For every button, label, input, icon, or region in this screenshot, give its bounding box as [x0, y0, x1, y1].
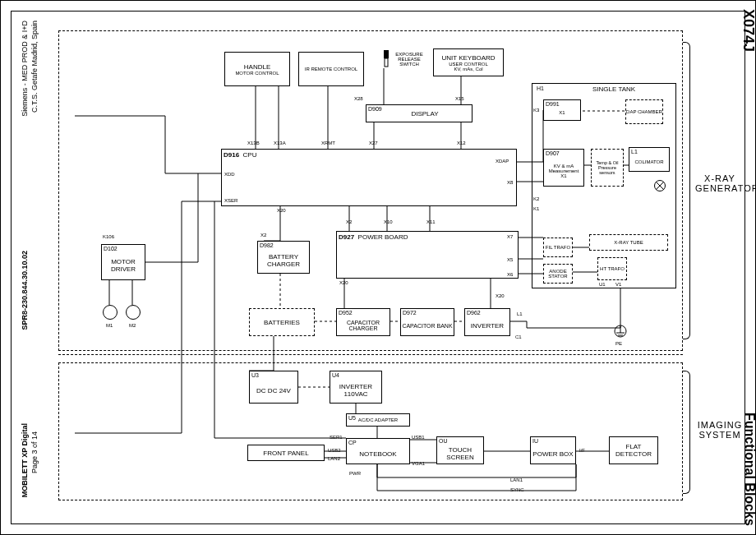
- d991-x1: X1: [559, 110, 565, 115]
- x27: X27: [369, 141, 378, 145]
- page: Page 3 of 14: [30, 431, 39, 473]
- x11: X11: [426, 219, 436, 224]
- battery-charger: D982BATTERY CHARGER: [257, 241, 310, 274]
- k2: K2: [533, 196, 539, 201]
- handle-label: HANDLE: [244, 63, 270, 71]
- h1: H1: [537, 85, 544, 91]
- u1: U1: [599, 282, 606, 287]
- l1-id: L1: [631, 149, 638, 155]
- cc-name: CAPACITOR CHARGER: [337, 320, 390, 331]
- exposure-label: EXPOSURE RELEASE SWITCH: [392, 52, 426, 67]
- region-xray: X-RAY GENERATOR: [695, 173, 744, 193]
- inv-id: D962: [467, 310, 481, 316]
- cb-name: CAPACITOR BANK: [402, 323, 452, 329]
- bc-id: D982: [260, 242, 274, 248]
- sync: SYNC: [510, 487, 524, 492]
- xdd: XDD: [224, 172, 235, 177]
- x6: X6: [507, 272, 513, 277]
- acdc-id: U5: [348, 415, 356, 421]
- colimator: L1COLIMATOR: [629, 147, 670, 172]
- flat: FLAT DETECTOR: [609, 436, 658, 464]
- xser: XSER: [224, 198, 237, 203]
- notebook: CPNOTEBOOK: [346, 438, 410, 464]
- inv110-name: INVERTER 110VAC: [330, 383, 381, 398]
- lan1: LAN1: [510, 477, 523, 482]
- acdc-name: AC/DC ADAPTER: [358, 417, 398, 422]
- cap-bank: D972CAPACITOR BANK: [400, 308, 454, 336]
- nb-name: NOTEBOOK: [359, 450, 396, 458]
- acdc: U5AC/DC ADAPTER: [346, 413, 410, 427]
- single-tank-label: SINGLE TANK: [592, 85, 635, 93]
- fil-trafo: FIL TRAFO: [543, 238, 573, 257]
- x28: X28: [354, 96, 363, 101]
- cpu-name: CPU: [243, 151, 257, 159]
- ts-name: TOUCH SCREEN: [437, 446, 483, 461]
- x20b: X20: [339, 280, 348, 285]
- k3: K3: [533, 108, 539, 113]
- powerbox: IUPOWER BOX: [530, 436, 576, 464]
- dcdc-name: DC DC 24V: [256, 387, 291, 394]
- inv-name: INVERTER: [471, 322, 504, 330]
- xdap: XDAP: [496, 159, 509, 164]
- m2: M2: [129, 323, 136, 328]
- x2b: X2: [260, 233, 266, 238]
- d991: D991X1: [543, 99, 581, 121]
- x20c: X20: [496, 293, 505, 298]
- ir-remote: IR REMOTE CONTROL: [298, 52, 364, 86]
- unit-kb-sub: USER CONTROL KV, mAs, Col: [449, 62, 488, 71]
- dcdc: U3DC DC 24V: [249, 371, 298, 404]
- unit-keyboard: UNIT KEYBOARD USER CONTROL KV, mAs, Col: [433, 48, 504, 76]
- inv110: U4INVERTER 110VAC: [330, 371, 382, 404]
- m2-circle: [126, 305, 141, 320]
- md-id: D102: [104, 246, 118, 251]
- brace-xray: [683, 42, 690, 339]
- vga1: VGA1: [412, 461, 425, 466]
- plug-icon: [380, 50, 392, 68]
- x13b: X13B: [247, 141, 260, 145]
- c1: C1: [515, 334, 522, 339]
- handle-block: HANDLE MOTOR CONTROL: [224, 52, 290, 86]
- pe: PE: [615, 341, 622, 346]
- handle-sub: MOTOR CONTROL: [235, 71, 279, 76]
- cpu: D916 CPU: [221, 149, 517, 206]
- xrmt: XRMT: [321, 141, 335, 145]
- pb-id: D927: [339, 233, 354, 241]
- m1: M1: [106, 323, 113, 328]
- cb-id: D972: [403, 310, 417, 316]
- power-board: D927 POWER BOARD: [336, 231, 519, 279]
- x13a: X13A: [274, 141, 286, 145]
- pb-name: POWER BOARD: [358, 233, 408, 241]
- page: X074J Functional Blocks Siemens - MED PR…: [0, 0, 756, 535]
- unit-kb-label: UNIT KEYBOARD: [441, 54, 495, 62]
- pbx-name: POWER BOX: [532, 450, 573, 458]
- spr: SPR8-230.844.30.10.02: [21, 251, 29, 330]
- brace-imaging: [683, 371, 690, 494]
- ground-icon: [614, 325, 627, 341]
- region-imaging: IMAGING SYSTEM: [695, 420, 744, 440]
- x7: X7: [507, 234, 513, 239]
- ht-trafo: HT TRAFO: [597, 257, 627, 280]
- d907-x1: X1: [560, 173, 566, 178]
- x10: X10: [384, 219, 393, 224]
- svg-rect-0: [384, 50, 389, 58]
- bc-name: BATTERY CHARGER: [258, 253, 309, 268]
- pbx-id: IU: [532, 438, 538, 444]
- x15: X15: [455, 96, 464, 101]
- usb1: USB1: [412, 435, 425, 440]
- d907-name: KV & mA Measurement: [544, 164, 583, 173]
- usb2: USB2: [328, 448, 341, 453]
- md-name: MOTOR DRIVER: [102, 258, 145, 273]
- anode-stator: ANODE STATOR: [543, 264, 573, 284]
- d907-id: D907: [546, 150, 560, 156]
- ser1: SER1: [330, 435, 343, 440]
- v1: V1: [615, 282, 621, 287]
- display-id: D909: [368, 106, 382, 112]
- model: MOBILETT XP Digital: [21, 423, 29, 497]
- x8-cpu: X8: [507, 180, 513, 185]
- cpu-id: D916: [224, 151, 239, 159]
- pwr: PWR: [349, 471, 361, 476]
- inv110-id: U4: [332, 372, 339, 378]
- front-panel: FRONT PANEL: [247, 445, 325, 461]
- x5: X5: [507, 257, 513, 262]
- if: I/F: [579, 448, 585, 453]
